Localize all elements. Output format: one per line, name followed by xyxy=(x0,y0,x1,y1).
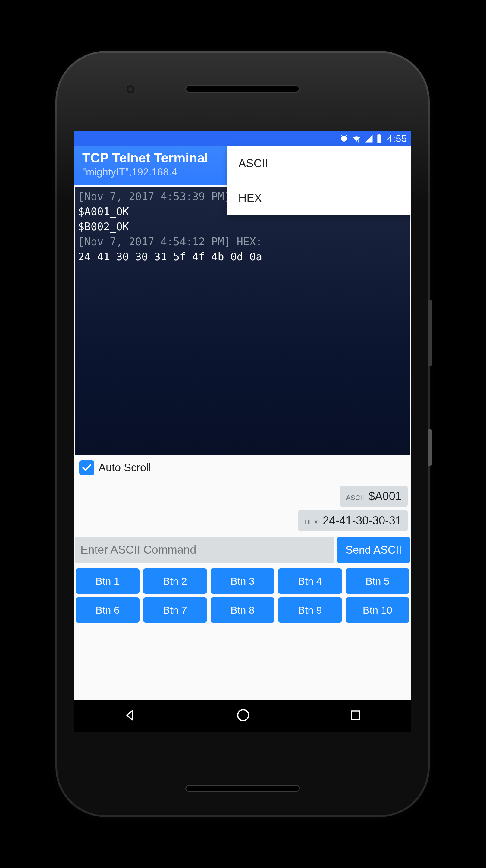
menu-item-ascii[interactable]: ASCII xyxy=(227,146,411,181)
quick-button-9[interactable]: Btn 9 xyxy=(278,597,342,623)
nav-back-icon[interactable] xyxy=(123,708,137,723)
sent-value: $A001 xyxy=(368,490,402,503)
command-input-row: Send ASCII xyxy=(74,535,411,564)
quick-button-8[interactable]: Btn 8 xyxy=(210,597,274,623)
svg-rect-3 xyxy=(351,711,360,719)
phone-frame: 4:55 TCP Telnet Terminal "mightyIT",192.… xyxy=(57,53,428,815)
nav-home-icon[interactable] xyxy=(236,708,250,724)
auto-scroll-checkbox[interactable] xyxy=(79,460,94,475)
terminal-output[interactable]: [Nov 7, 2017 4:53:39 PM] $A001_OK $B002_… xyxy=(75,187,410,455)
terminal-line: 24 41 30 30 31 5f 4f 4b 0d 0a xyxy=(78,249,407,264)
device-screen: 4:55 TCP Telnet Terminal "mightyIT",192.… xyxy=(74,131,411,732)
quick-button-2[interactable]: Btn 2 xyxy=(143,568,207,594)
check-icon xyxy=(82,462,92,473)
sent-bubble-hex[interactable]: HEX: 24-41-30-30-31 xyxy=(298,510,408,531)
format-dropdown-menu: ASCII HEX xyxy=(227,146,411,216)
quick-button-7[interactable]: Btn 7 xyxy=(143,597,207,623)
sent-messages: ASCII: $A001 HEX: 24-41-30-30-31 xyxy=(74,478,411,535)
sent-bubble-ascii[interactable]: ASCII: $A001 xyxy=(340,486,408,507)
sent-type-label: ASCII: xyxy=(346,494,366,502)
sent-type-label: HEX: xyxy=(304,518,320,526)
sent-value: 24-41-30-30-31 xyxy=(323,514,402,527)
nav-recent-icon[interactable] xyxy=(349,709,362,723)
bottom-speaker xyxy=(185,785,300,792)
send-button[interactable]: Send ASCII xyxy=(337,537,410,563)
auto-scroll-row: Auto Scroll xyxy=(74,456,411,478)
side-button xyxy=(428,300,432,366)
status-bar: 4:55 xyxy=(74,131,411,146)
quick-button-grid: Btn 1 Btn 2 Btn 3 Btn 4 Btn 5 Btn 6 Btn … xyxy=(74,564,411,627)
battery-icon xyxy=(376,134,382,144)
android-nav-bar xyxy=(74,700,411,732)
menu-item-hex[interactable]: HEX xyxy=(227,181,411,216)
wifi-icon xyxy=(352,134,361,143)
status-time: 4:55 xyxy=(387,133,407,144)
quick-button-1[interactable]: Btn 1 xyxy=(76,568,139,594)
terminal-line: [Nov 7, 2017 4:54:12 PM] HEX: xyxy=(78,234,407,249)
quick-button-10[interactable]: Btn 10 xyxy=(346,597,410,623)
front-camera xyxy=(127,85,134,93)
cell-signal-icon xyxy=(364,134,373,143)
quick-button-4[interactable]: Btn 4 xyxy=(278,568,342,594)
command-input[interactable] xyxy=(75,537,333,563)
auto-scroll-label: Auto Scroll xyxy=(99,461,151,474)
earpiece-speaker xyxy=(185,85,300,93)
side-button xyxy=(428,430,432,466)
terminal-line: $B002_OK xyxy=(78,219,407,234)
svg-rect-1 xyxy=(359,140,359,142)
quick-button-6[interactable]: Btn 6 xyxy=(76,597,139,623)
alarm-icon xyxy=(339,134,349,143)
quick-button-3[interactable]: Btn 3 xyxy=(210,568,274,594)
svg-point-2 xyxy=(238,710,249,721)
quick-button-5[interactable]: Btn 5 xyxy=(346,568,410,594)
